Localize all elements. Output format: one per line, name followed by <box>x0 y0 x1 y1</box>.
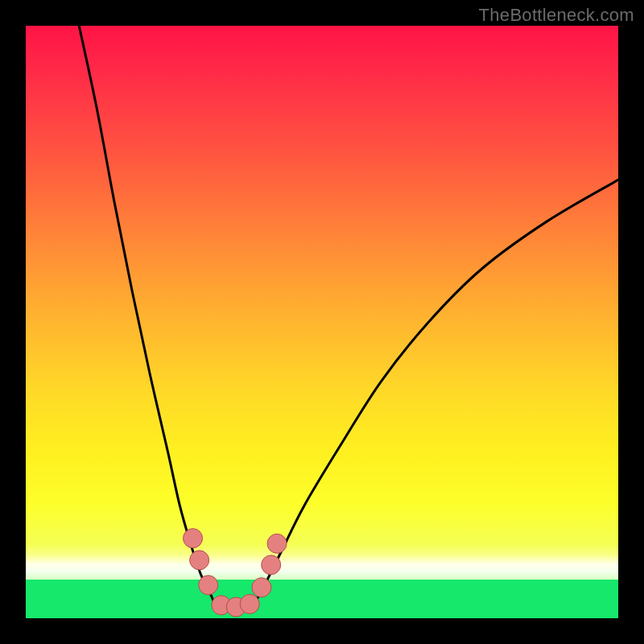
valley-marker <box>190 551 209 570</box>
valley-marker <box>199 576 218 595</box>
valley-marker <box>184 529 203 548</box>
valley-marker <box>252 578 271 597</box>
valley-marker <box>240 594 259 613</box>
v-curve-path <box>79 26 618 611</box>
plot-area <box>26 26 618 618</box>
bottleneck-curve <box>79 26 618 611</box>
curve-layer <box>26 26 618 618</box>
watermark-text: TheBottleneck.com <box>479 5 634 26</box>
chart-frame: TheBottleneck.com <box>0 0 644 644</box>
valley-marker <box>262 555 281 575</box>
valley-marker <box>267 534 287 553</box>
valley-markers <box>184 529 287 617</box>
